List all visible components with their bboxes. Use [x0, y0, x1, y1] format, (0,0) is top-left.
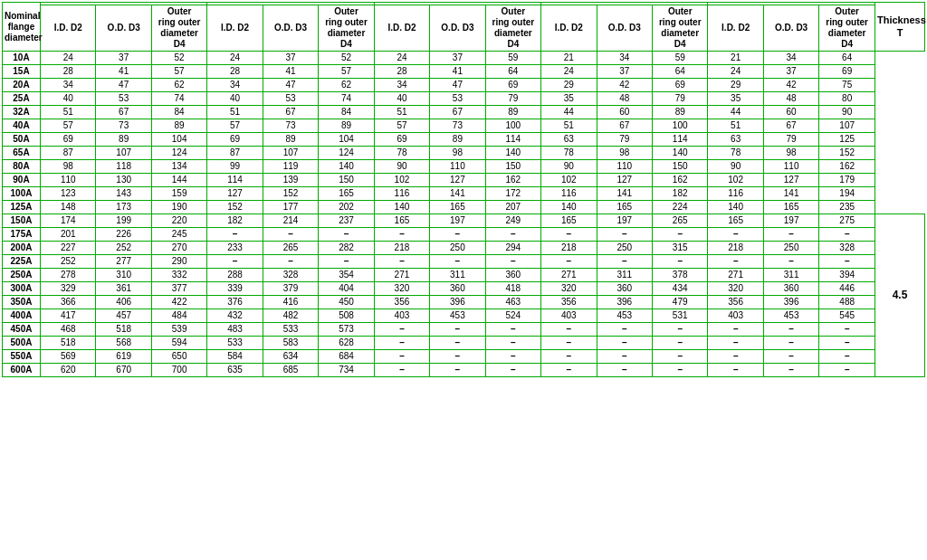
30k-id-header: I.D. D2 — [374, 5, 429, 52]
1620k-id: 69 — [207, 133, 263, 147]
1620k-or: 282 — [319, 242, 374, 255]
10k-or: 57 — [151, 65, 206, 79]
1620k-or: 150 — [319, 174, 374, 187]
table-row: 65A8710712487107124789814078981407898152 — [3, 147, 925, 160]
table-row: 225A252277290–––––––––––– — [3, 255, 925, 269]
63k-od: 311 — [763, 269, 818, 282]
63k-id: 165 — [708, 214, 763, 228]
1620k-od: – — [263, 228, 318, 242]
1620k-or: 140 — [319, 160, 374, 174]
1620k-od: 177 — [263, 201, 318, 214]
30k-od: 311 — [430, 269, 485, 282]
40k-id: 403 — [541, 309, 597, 323]
63k-or: – — [819, 337, 875, 350]
40k-id: 140 — [541, 201, 597, 214]
flange-diameter: 350A — [3, 296, 41, 309]
30k-id: 102 — [374, 174, 429, 187]
1620k-id: 51 — [207, 106, 263, 119]
30k-or: – — [485, 228, 540, 242]
flange-diameter: 15A — [3, 65, 41, 79]
40k-od: 42 — [597, 79, 652, 92]
flange-diameter: 200A — [3, 242, 41, 255]
table-row: 40A577389577389577310051671005167107 — [3, 119, 925, 133]
10k-od: 107 — [96, 147, 151, 160]
10k-id: 174 — [41, 214, 96, 228]
30k-id: – — [374, 350, 429, 364]
10k-id: 227 — [41, 242, 96, 255]
30k-od: 41 — [430, 65, 485, 79]
flange-diameter: 50A — [3, 133, 41, 147]
40k-or: 89 — [652, 106, 707, 119]
30k-id: 28 — [374, 65, 429, 79]
10k-or: 270 — [151, 242, 206, 255]
40k-od: – — [597, 337, 652, 350]
63k-id: – — [708, 364, 763, 377]
40k-od: 37 — [597, 65, 652, 79]
40k-id: 165 — [541, 214, 597, 228]
10k-od: 277 — [96, 255, 151, 269]
1620k-od: 265 — [263, 242, 318, 255]
63k-od: 67 — [763, 119, 818, 133]
63k-id: 44 — [708, 106, 763, 119]
1620k-or: – — [319, 255, 374, 269]
1620k-id: 182 — [207, 214, 263, 228]
40k-od: 396 — [597, 296, 652, 309]
30k-or: 207 — [485, 201, 540, 214]
1620k-id: 99 — [207, 160, 263, 174]
table-row: 200A227252270233265282218250294218250315… — [3, 242, 925, 255]
40k-id: 218 — [541, 242, 597, 255]
30k-id: 78 — [374, 147, 429, 160]
1620k-id: 28 — [207, 65, 263, 79]
1620k-od: 328 — [263, 269, 318, 282]
63k-or: 446 — [819, 282, 875, 296]
63k-od: 37 — [763, 65, 818, 79]
40k-od: 98 — [597, 147, 652, 160]
10k-od-header: O.D. D3 — [96, 5, 151, 52]
1620k-or: 508 — [319, 309, 374, 323]
1620k-od: 67 — [263, 106, 318, 119]
63k-id: 35 — [708, 92, 763, 106]
63k-or: 75 — [819, 79, 875, 92]
63k-or: 80 — [819, 92, 875, 106]
63k-or: 69 — [819, 65, 875, 79]
40k-od: 360 — [597, 282, 652, 296]
30k-or: – — [485, 350, 540, 364]
table-row: 10A243752243752243759213459213464 — [3, 52, 925, 65]
10k-id: 569 — [41, 350, 96, 364]
30k-id: 218 — [374, 242, 429, 255]
63k-od: – — [763, 228, 818, 242]
flange-diameter: 10A — [3, 52, 41, 65]
10k-od: 199 — [96, 214, 151, 228]
40k-or: 114 — [652, 133, 707, 147]
1620k-id: 339 — [207, 282, 263, 296]
1620k-od: 89 — [263, 133, 318, 147]
1620k-id: 432 — [207, 309, 263, 323]
30k-od: – — [430, 337, 485, 350]
30k-or: 294 — [485, 242, 540, 255]
63k-od: 48 — [763, 92, 818, 106]
flange-diameter: 450A — [3, 323, 41, 337]
30k-or: – — [485, 364, 540, 377]
1620k-or: 74 — [319, 92, 374, 106]
table-row: 100A123143159127152165116141172116141182… — [3, 187, 925, 201]
1620k-id: 34 — [207, 79, 263, 92]
1620k-id: 57 — [207, 119, 263, 133]
10k-id: 148 — [41, 201, 96, 214]
30k-od: 53 — [430, 92, 485, 106]
40k-id: 63 — [541, 133, 597, 147]
30k-id: 165 — [374, 214, 429, 228]
1620k-od: 152 — [263, 187, 318, 201]
table-row: 450A468518539483533573––––––––– — [3, 323, 925, 337]
40k-or: 224 — [652, 201, 707, 214]
40k-od: – — [597, 228, 652, 242]
table-row: 150A174199220182214237165197249165197265… — [3, 214, 925, 228]
10k-od: 47 — [96, 79, 151, 92]
10k-od: 53 — [96, 92, 151, 106]
63k-id: 63 — [708, 133, 763, 147]
10k-id: 123 — [41, 187, 96, 201]
30k-or: 89 — [485, 106, 540, 119]
40k-or: 162 — [652, 174, 707, 187]
flange-diameter: 400A — [3, 309, 41, 323]
10k-id: 417 — [41, 309, 96, 323]
63k-or: – — [819, 364, 875, 377]
